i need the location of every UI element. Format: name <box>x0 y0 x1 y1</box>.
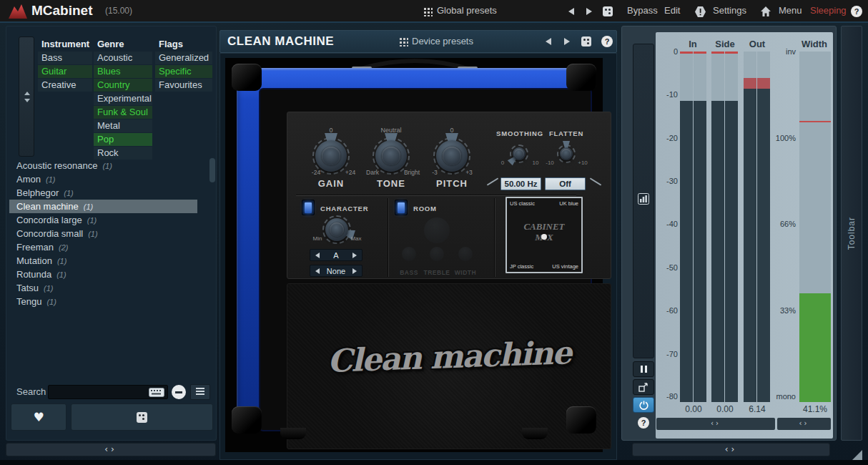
tone-max-label: Bright <box>399 169 425 176</box>
menu-button[interactable]: Menu <box>779 0 802 21</box>
room-knob-disabled <box>424 217 450 243</box>
preset-list-item[interactable]: Belphegor(1) <box>9 186 214 200</box>
meter-group-resize-bar[interactable]: ‹› <box>656 418 775 430</box>
pitch-max-label: +3 <box>458 169 480 176</box>
width-scale-label: mono <box>770 392 796 401</box>
flatten-max-label: +10 <box>574 160 591 166</box>
corner-protector <box>566 64 596 91</box>
minus-circle-icon <box>172 385 186 399</box>
device-random-preset-button[interactable] <box>581 36 591 46</box>
previous-preset-button[interactable] <box>568 8 574 15</box>
filter-item[interactable]: Favourites <box>155 79 212 92</box>
edit-button[interactable]: Edit <box>664 0 680 21</box>
right-panel-resize-bar[interactable]: ‹› <box>632 443 830 456</box>
dice-icon <box>137 412 147 423</box>
bypass-button[interactable]: Bypass <box>627 0 658 21</box>
pause-metering-button[interactable] <box>633 361 654 377</box>
filter-item[interactable]: Creative <box>38 79 92 92</box>
smoothing-knob[interactable] <box>508 143 530 165</box>
popout-meters-button[interactable] <box>633 379 654 395</box>
preset-list-item[interactable]: Tatsu(1) <box>9 281 214 295</box>
device-next-preset-button[interactable] <box>564 38 570 45</box>
preset-list-item[interactable]: Rotunda(1) <box>9 268 214 281</box>
meter-side-left <box>711 52 724 402</box>
preset-list-item[interactable]: Concordia large(1) <box>9 213 214 227</box>
filter-item[interactable]: Experimental <box>94 92 152 105</box>
character-selector-a[interactable]: A <box>310 249 363 261</box>
width-scale-label: 33% <box>770 306 796 315</box>
app-title: MCabinet <box>31 0 93 21</box>
preset-name: Tengu <box>16 296 41 307</box>
smoothing-min-label: 0 <box>495 160 510 166</box>
room-enable-led[interactable] <box>395 200 408 215</box>
filter-item[interactable]: Bass <box>38 52 92 64</box>
sleeping-status[interactable]: Sleeping <box>810 0 847 21</box>
window-bottom-edge <box>0 460 868 465</box>
mix-bottom-left-label: JP classic <box>510 263 533 270</box>
collapse-search-button[interactable] <box>169 384 187 400</box>
favourite-button[interactable]: ♥ <box>11 403 66 431</box>
app-version: (15.00) <box>105 0 132 21</box>
toolbar-strip[interactable]: Toolbar <box>841 26 862 441</box>
filter-item[interactable]: Acoustic <box>94 52 152 64</box>
list-scrollbar[interactable] <box>209 158 215 182</box>
cabinet-mix-cursor[interactable] <box>541 234 547 240</box>
filter-item[interactable]: Funk & Soul <box>94 106 152 119</box>
help-icon[interactable]: ? <box>851 6 862 17</box>
keyboard-icon[interactable] <box>149 388 164 397</box>
preset-list-item[interactable]: Concordia small(1) <box>9 227 214 240</box>
selector-right-arrow[interactable] <box>352 268 357 274</box>
filter-item[interactable]: Specific <box>155 65 212 78</box>
preset-list-item[interactable]: Freeman(2) <box>9 240 214 254</box>
db-scale-label: -10 <box>656 90 678 99</box>
preset-count: (1) <box>102 162 112 170</box>
preset-count: (1) <box>87 216 97 225</box>
meters-power-button[interactable] <box>633 397 654 413</box>
filter-item[interactable]: Guitar <box>38 65 92 78</box>
hamburger-icon <box>196 388 204 389</box>
warning-icon[interactable] <box>694 6 706 18</box>
filter-item[interactable]: Pop <box>94 133 152 146</box>
preset-count: (1) <box>84 202 93 211</box>
db-scale-label: -70 <box>656 350 678 358</box>
meters-help-button[interactable]: ? <box>633 415 654 431</box>
random-preset-button[interactable] <box>603 6 613 16</box>
preset-list-item[interactable]: Mutation(1) <box>9 254 214 268</box>
next-preset-button[interactable] <box>586 8 592 15</box>
selector-left-arrow[interactable] <box>315 253 320 258</box>
device-help-icon[interactable]: ? <box>601 36 613 47</box>
db-scale-label: -80 <box>656 392 678 401</box>
global-presets-button[interactable]: Global presets <box>437 0 497 21</box>
device-previous-preset-button[interactable] <box>546 38 551 45</box>
filter-scroll-stepper[interactable] <box>19 36 34 157</box>
device-presets-button[interactable]: Device presets <box>412 31 473 52</box>
preset-list-item[interactable]: Amon(1) <box>9 172 214 186</box>
filter-item[interactable]: Country <box>94 79 152 92</box>
preset-list-item[interactable]: Acoustic resonance(1) <box>9 159 214 172</box>
settings-button[interactable]: Settings <box>713 0 746 21</box>
smoothing-value-box[interactable]: 50.00 Hz <box>500 177 541 190</box>
list-options-button[interactable] <box>190 384 210 400</box>
smoothing-max-label: 10 <box>528 160 543 166</box>
selector-right-arrow[interactable] <box>352 253 357 258</box>
preset-list-item[interactable]: Tengu(1) <box>9 295 214 308</box>
filter-item[interactable]: Metal <box>94 119 152 132</box>
meter-header-out: Out <box>743 39 771 49</box>
preset-list-item-selected[interactable]: Clean machine(1) <box>9 200 197 213</box>
character-selector-none[interactable]: None <box>310 265 363 277</box>
random-button[interactable] <box>71 403 213 431</box>
filter-item[interactable]: Blues <box>94 65 152 78</box>
filter-item[interactable]: Generalized <box>155 52 212 64</box>
filter-item[interactable]: Rock <box>94 147 152 160</box>
flatten-label: FLATTEN <box>541 129 591 137</box>
flatten-value-box[interactable]: Off <box>545 177 586 190</box>
cabinet-mix-pad[interactable]: US classic UK blue JP classic US vintage… <box>505 197 583 273</box>
search-input[interactable] <box>48 385 168 399</box>
width-meter-resize-bar[interactable]: ‹› <box>777 418 831 430</box>
left-panel-resize-bar[interactable]: ‹› <box>6 443 216 456</box>
window-resize-grip[interactable] <box>852 450 862 460</box>
selector-left-arrow[interactable] <box>315 268 320 274</box>
character-enable-led[interactable] <box>302 200 315 215</box>
home-icon[interactable] <box>760 6 771 17</box>
meter-scale-slider[interactable] <box>633 44 654 358</box>
